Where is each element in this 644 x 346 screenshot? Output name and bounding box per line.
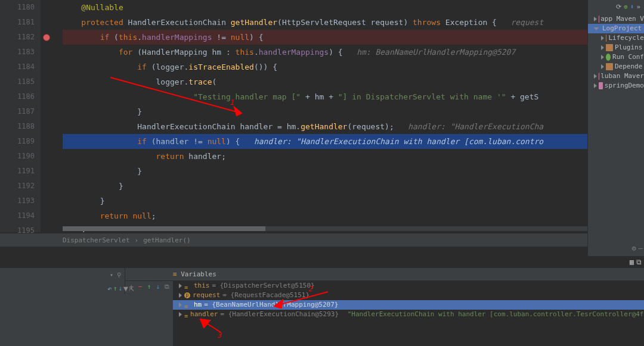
line-number: 1181 [0, 15, 41, 30]
variable-row[interactable]: ≡hm= {BeanNameUrlHandlerMapping@5207} [173, 300, 644, 310]
maven-item[interactable]: Lifecycle [588, 33, 644, 43]
variables-tab-icon: ≡ [173, 270, 177, 278]
add-icon[interactable]: ⊕ [624, 3, 628, 11]
line-number: 1194 [0, 208, 41, 223]
remove-watch-icon[interactable]: − [137, 282, 144, 291]
line-number: 1183 [0, 45, 41, 60]
scrollbar-thumb[interactable] [63, 226, 265, 231]
line-number: 1192 [0, 179, 41, 194]
prev-frame-icon[interactable]: ↶ [107, 283, 112, 293]
line-number: 1189 [0, 134, 41, 149]
line-number: 1191 [0, 164, 41, 179]
param-icon: p [184, 292, 190, 298]
frames-panel: ▾ ⚲ ↶ ↑ ↓ ▼ ⇱ [0, 268, 125, 346]
breadcrumb-method[interactable]: getHandler() [143, 236, 190, 244]
editor-horizontal-scrollbar[interactable] [63, 226, 587, 231]
maven-item[interactable]: Depende [588, 62, 644, 71]
gutter: 1180 1181 1182 1183 1184 1185 1186 1187 … [0, 0, 41, 232]
copy-icon[interactable]: ⧉ [163, 282, 171, 291]
variable-row[interactable]: prequest= {RequestFacade@5151} [173, 291, 644, 300]
move-up-icon[interactable]: ↑ [145, 282, 153, 291]
line-number: 1190 [0, 149, 41, 164]
maven-item[interactable]: Run Conf [588, 52, 644, 62]
variable-row[interactable]: ≡this= {DispatcherServlet@5150} [173, 281, 644, 291]
minimize-icon[interactable]: — [639, 244, 643, 253]
breadcrumbs[interactable]: DispatcherServlet › getHandler() [0, 233, 587, 247]
variables-panel: ≡ Variables + − ↑ ↓ ⧉ ≡this= {Dispatcher… [125, 268, 644, 346]
line-number: 1185 [0, 74, 41, 89]
download-icon[interactable]: ⬇ [630, 3, 634, 11]
variable-row[interactable]: ≡handler= {HandlerExecutionChain@5293} "… [173, 310, 644, 319]
line-number: 1182 [0, 30, 41, 45]
line-number: 1193 [0, 194, 41, 208]
maven-tool-window: ⟳ ⊕ ⬇ » app Maven V LogProject M Lifecyc… [587, 0, 644, 256]
maven-item[interactable]: Plugins [588, 43, 644, 52]
dropdown-icon[interactable]: ▾ ⚲ [110, 272, 121, 278]
variables-title: Variables [181, 270, 216, 278]
breadcrumb-class[interactable]: DispatcherServlet [63, 236, 130, 244]
more-icon[interactable]: » [636, 3, 640, 11]
code-editor[interactable]: @Nullable protected HandlerExecutionChai… [63, 0, 587, 232]
line-number: 1188 [0, 119, 41, 134]
annotation: @Nullable [81, 3, 123, 12]
line-number: 1180 [0, 0, 41, 15]
panel-controls: ⚙ — [632, 244, 643, 253]
line-number: 1187 [0, 104, 41, 119]
move-down-icon[interactable]: ↓ [154, 282, 162, 291]
breadcrumb-sep: › [135, 236, 139, 244]
step-down-icon[interactable]: ↓ [118, 284, 122, 292]
layout-icon[interactable]: ▦ [630, 258, 634, 266]
restore-icon[interactable]: ⧉ [636, 258, 642, 266]
maven-item[interactable]: LogProject M [588, 24, 644, 33]
line-number: 1184 [0, 60, 41, 74]
line-number: 1186 [0, 89, 41, 104]
maven-item[interactable]: springDemo [588, 81, 644, 91]
maven-item[interactable]: app Maven V [588, 14, 644, 24]
add-watch-icon[interactable]: + [128, 282, 135, 291]
step-up-icon[interactable]: ↑ [113, 284, 117, 292]
breakpoint-icon[interactable] [41, 30, 52, 45]
gear-icon[interactable]: ⚙ [632, 244, 636, 253]
maven-item[interactable]: luban Maver [588, 71, 644, 81]
refresh-icon[interactable]: ⟳ [616, 3, 621, 11]
